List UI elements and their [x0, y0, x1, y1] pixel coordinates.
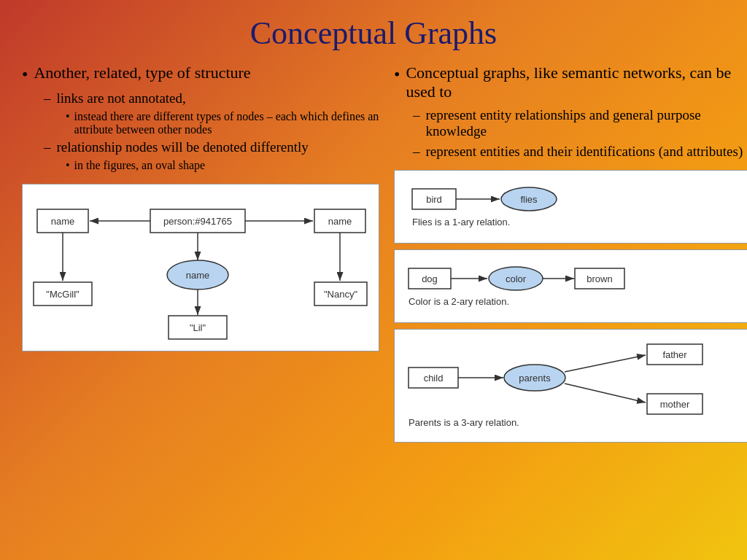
- left-diagram-svg: person:#941765 name name name: [30, 195, 373, 348]
- father-text: father: [662, 349, 687, 360]
- child-text: child: [424, 373, 444, 384]
- left-sub-list-1: links are not annotated, instead there a…: [22, 90, 379, 172]
- left-sub-item-1: links are not annotated,: [44, 90, 379, 106]
- flies-svg: bird flies Flies is a 1-ary relation.: [405, 178, 624, 233]
- svg-line-29: [565, 384, 646, 402]
- right-bullet-1: Conceptual graphs, like semantic network…: [394, 63, 747, 101]
- name-right-text: name: [328, 216, 352, 227]
- dog-text: dog: [422, 273, 438, 284]
- lil-text: "Lil": [190, 322, 206, 333]
- flies-caption: Flies is a 1-ary relation.: [412, 217, 510, 228]
- right-sub-item-1: represent entity relationships and gener…: [413, 107, 747, 139]
- diagram-color: dog color brown Color is a 2-ary relatio…: [394, 249, 747, 323]
- left-sub-item-2: relationship nodes will be denoted diffe…: [44, 139, 379, 155]
- left-column: Another, related, type of structure link…: [22, 63, 379, 545]
- bird-text: bird: [426, 194, 442, 205]
- left-subsub-item-1: instead there are different types of nod…: [66, 110, 379, 136]
- diagram-parents: child parents father mother: [394, 329, 747, 443]
- svg-line-28: [565, 355, 646, 372]
- right-text-area: Conceptual graphs, like semantic network…: [394, 63, 747, 164]
- flies-text: flies: [520, 194, 538, 205]
- right-column: Conceptual graphs, like semantic network…: [394, 63, 747, 545]
- slide: Conceptual Graphs Another, related, type…: [0, 0, 747, 560]
- left-subsub-item-2: in the figures, an oval shape: [66, 159, 379, 172]
- left-subsub-list-2: in the figures, an oval shape: [44, 159, 379, 172]
- color-caption: Color is a 2-ary relation.: [409, 296, 509, 307]
- parents-text: parents: [519, 373, 551, 384]
- nancy-text: "Nancy": [324, 289, 357, 300]
- parents-svg: child parents father mother: [405, 337, 747, 432]
- slide-title: Conceptual Graphs: [22, 15, 725, 52]
- name-left-text: name: [51, 216, 75, 227]
- color-text: color: [506, 273, 527, 284]
- diagram-left: person:#941765 name name name: [22, 184, 379, 351]
- content-area: Another, related, type of structure link…: [22, 63, 725, 545]
- name-center-text: name: [186, 270, 210, 281]
- parents-caption: Parents is a 3-ary relation.: [409, 417, 519, 428]
- left-subsub-list-1: instead there are different types of nod…: [44, 110, 379, 136]
- left-bullet-1: Another, related, type of structure: [22, 63, 379, 85]
- mother-text: mother: [660, 399, 690, 410]
- diagram-flies: bird flies Flies is a 1-ary relation.: [394, 170, 747, 244]
- person-node-text: person:#941765: [163, 216, 232, 227]
- right-sub-list: represent entity relationships and gener…: [394, 107, 747, 160]
- color-svg: dog color brown Color is a 2-ary relatio…: [405, 257, 638, 312]
- mcgill-text: "McGill": [46, 289, 80, 300]
- left-bullet-list: Another, related, type of structure link…: [22, 63, 379, 175]
- right-sub-item-2: represent entities and their identificat…: [413, 144, 747, 160]
- brown-text: brown: [587, 273, 612, 284]
